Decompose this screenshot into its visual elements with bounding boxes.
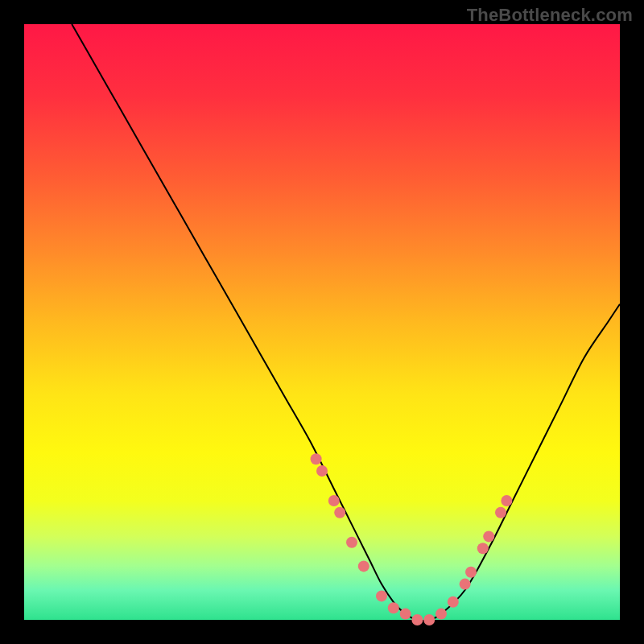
data-dot [316,465,328,477]
data-dot [328,495,340,506]
data-dot [411,614,423,625]
bottleneck-chart [0,0,644,644]
data-dot [483,530,494,542]
data-dot [400,609,411,620]
data-dot [376,590,387,601]
chart-stage: TheBottleneck.com [0,0,644,644]
data-dot [423,614,435,625]
data-dot [501,495,512,506]
data-dot [495,507,506,518]
data-dot [358,560,369,572]
watermark-text: TheBottleneck.com [467,5,633,26]
data-dot [448,597,459,608]
data-dot [436,609,447,620]
data-dot [477,543,489,554]
plot-background [24,24,620,620]
data-dot [311,453,322,464]
data-dot [388,602,399,613]
data-dot [465,567,477,578]
data-dot [460,579,471,590]
data-dot [334,507,345,518]
data-dot [346,537,357,548]
